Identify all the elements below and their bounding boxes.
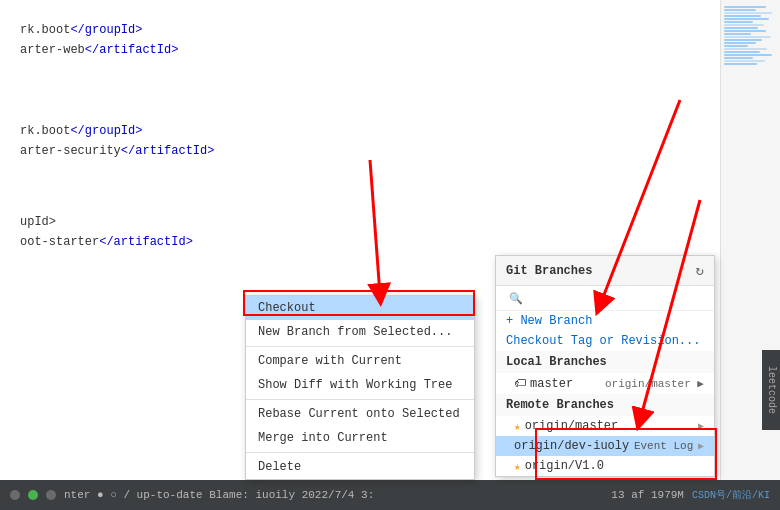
- minimap-line: [724, 9, 756, 11]
- context-menu-new-branch[interactable]: New Branch from Selected...: [246, 320, 474, 344]
- separator-3: [246, 452, 474, 453]
- arrow-right-icon-dev: ▶: [698, 440, 704, 452]
- minimap-line: [724, 30, 766, 32]
- minimap-line: [724, 63, 757, 65]
- minimap-line: [724, 54, 772, 56]
- event-log-label: Event Log: [634, 440, 693, 452]
- code-spacer2: [20, 162, 760, 212]
- git-search-input[interactable]: [504, 290, 706, 306]
- git-panel: Git Branches ↻ + New Branch Checkout Tag…: [495, 255, 715, 477]
- code-line: rk.boot</groupId>: [20, 121, 760, 141]
- context-menu-show-diff[interactable]: Show Diff with Working Tree: [246, 373, 474, 397]
- status-dot-dark: [10, 490, 20, 500]
- minimap-line: [724, 45, 748, 47]
- status-text: nter ● ○ / up-to-date Blame: iuoily 2022…: [64, 489, 374, 501]
- status-bar: nter ● ○ / up-to-date Blame: iuoily 2022…: [0, 480, 780, 510]
- context-menu-compare[interactable]: Compare with Current: [246, 349, 474, 373]
- minimap-line: [724, 27, 758, 29]
- context-menu-rebase[interactable]: Rebase Current onto Selected: [246, 402, 474, 426]
- status-right-text: 13 af 1979M: [611, 489, 684, 501]
- minimap-line: [724, 48, 767, 50]
- context-menu-merge[interactable]: Merge into Current: [246, 426, 474, 450]
- separator-2: [246, 399, 474, 400]
- code-line: arter-web</artifactId>: [20, 40, 760, 60]
- git-checkout-tag-action[interactable]: Checkout Tag or Revision...: [496, 331, 714, 351]
- minimap-line: [724, 33, 751, 35]
- git-search-container: [496, 286, 714, 311]
- status-dot-green: [28, 490, 38, 500]
- star-icon-v1: ★: [514, 460, 521, 473]
- code-line: rk.boot</groupId>: [20, 20, 760, 40]
- minimap-line: [724, 12, 772, 14]
- status-dot-dark2: [46, 490, 56, 500]
- code-line: oot-starter</artifactId>: [20, 232, 760, 252]
- git-panel-title: Git Branches: [506, 264, 592, 278]
- git-refresh-button[interactable]: ↻: [696, 262, 704, 279]
- minimap-line: [724, 18, 769, 20]
- code-spacer: [20, 61, 760, 121]
- csdn-label: CSDN号/前沿/KI: [692, 488, 770, 502]
- code-line: arter-security</artifactId>: [20, 141, 760, 161]
- tag-icon: 🏷: [514, 376, 526, 391]
- code-line: upId>: [20, 212, 760, 232]
- minimap-line: [724, 60, 765, 62]
- branch-master-name: 🏷 master: [514, 376, 573, 391]
- code-content: rk.boot</groupId> arter-web</artifactId>…: [0, 0, 780, 262]
- git-branch-origin-v1[interactable]: ★ origin/V1.0: [496, 456, 714, 476]
- git-panel-header: Git Branches ↻: [496, 256, 714, 286]
- minimap-line: [724, 57, 753, 59]
- git-new-branch-action[interactable]: + New Branch: [496, 311, 714, 331]
- context-menu: Checkout New Branch from Selected... Com…: [245, 295, 475, 480]
- context-menu-checkout[interactable]: Checkout: [246, 296, 474, 320]
- git-local-section-header: Local Branches: [496, 351, 714, 373]
- minimap-lines: [721, 0, 780, 71]
- separator-1: [246, 346, 474, 347]
- minimap-line: [724, 24, 764, 26]
- context-menu-delete[interactable]: Delete: [246, 455, 474, 479]
- star-icon-origin-master: ★: [514, 420, 521, 433]
- sidebar-tab[interactable]: leetcode: [762, 350, 780, 430]
- minimap-line: [724, 21, 753, 23]
- git-branch-origin-master[interactable]: ★ origin/master ▶: [496, 416, 714, 436]
- git-branch-origin-dev[interactable]: origin/dev-iuoly Event Log ▶: [496, 436, 714, 456]
- arrow-right-icon: ▶: [698, 420, 704, 432]
- minimap-line: [724, 36, 771, 38]
- minimap-line: [724, 39, 762, 41]
- minimap-line: [724, 6, 766, 8]
- git-branch-master[interactable]: 🏷 master origin/master ▶: [496, 373, 714, 394]
- minimap-line: [724, 42, 756, 44]
- minimap-line: [724, 15, 761, 17]
- git-remote-section-header: Remote Branches: [496, 394, 714, 416]
- minimap-line: [724, 51, 760, 53]
